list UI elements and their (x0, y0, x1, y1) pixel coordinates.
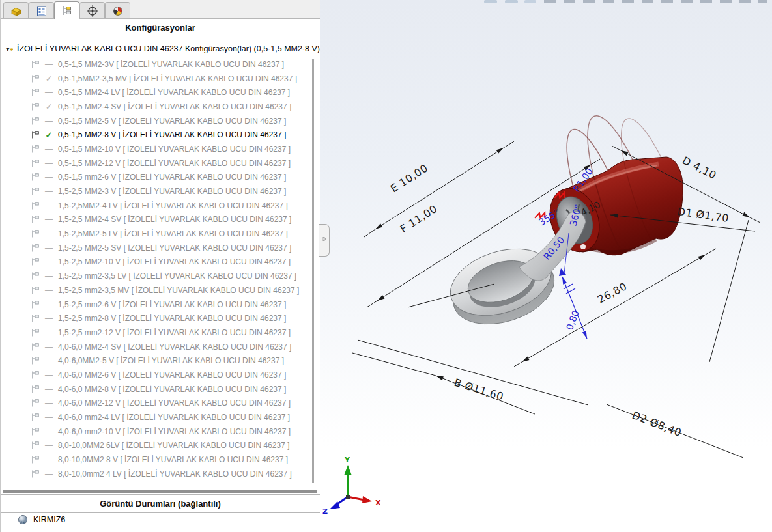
configuration-icon (31, 102, 40, 111)
configuration-row[interactable]: — 0,5-1,5 MM2-10 V [ İZOLELİ YUVARLAK KA… (1, 142, 320, 156)
tab-property-manager[interactable] (29, 2, 54, 19)
configuration-row[interactable]: — 1,5-2,5 mm2-3,5 MV [ İZOLELİ YUVARLAK … (1, 283, 320, 298)
configuration-icon (31, 371, 40, 380)
triad-z-label: Z (322, 507, 328, 516)
configuration-row[interactable]: — 1,5-2,5 MM2-4 SV [ İZOLELİ YUVARLAK KA… (1, 213, 320, 227)
configuration-row[interactable]: — 1,5-2,5 MM2-10 V [ İZOLELİ YUVARLAK KA… (1, 255, 320, 270)
dim-label-b[interactable]: B Ø11,60 (453, 376, 506, 403)
configuration-row[interactable]: — 1,5-2,5 mm2-8 V [ İZOLELİ YUVARLAK KAB… (1, 311, 320, 326)
coordinate-triad: Y X Z (322, 456, 381, 516)
config-status-icon: — (42, 441, 55, 450)
configuration-row[interactable]: — 4,0-6,0 MM2-4 SV [ İZOLELİ YUVARLAK KA… (1, 340, 320, 354)
configuration-row[interactable]: — 0,5-1,5 MM2-5 V [ İZOLELİ YUVARLAK KAB… (1, 114, 320, 128)
configuration-icon (31, 187, 40, 196)
configuration-row[interactable]: — 4,0-6,0 mm2-10 V [ İZOLELİ YUVARLAK KA… (1, 425, 320, 439)
config-label: 4,0-6,0 mm2-4 LV [ İZOLELİ YUVARLAK KABL… (58, 413, 290, 422)
configuration-row[interactable]: ✓ 0,5-1,5 MM2-8 V [ İZOLELİ YUVARLAK KAB… (1, 128, 320, 142)
config-status-icon: — (42, 413, 55, 422)
configuration-row[interactable]: — 0,5-1,5 mm2-6 V [ İZOLELİ YUVARLAK KAB… (1, 171, 320, 185)
config-label: 8,0-10,0mm2 4 LV [ İZOLELİ YUVARLAK KABL… (58, 469, 292, 479)
configuration-icon (31, 286, 40, 295)
configuration-icon (31, 272, 40, 281)
config-label: 1,5-2,5MM2-4 LV [ İZOLELİ YUVARLAK KABLO… (58, 201, 288, 210)
configuration-root-row[interactable]: ▾ İZOLELİ YUVARLAK KABLO UCU DIN 46237 K… (1, 40, 320, 57)
configuration-row[interactable]: — 1,5-2,5 mm2-6 V [ İZOLELİ YUVARLAK KAB… (1, 298, 320, 312)
configuration-row[interactable]: — 0,5-1,5 MM2-3V [ İZOLELİ YUVARLAK KABL… (1, 57, 320, 72)
graphics-viewport[interactable]: E 10,00 F 11,00 D 4,10 D1 Ø1,70 26,80 B … (320, 0, 772, 532)
display-states-header: Görüntü Durumları (bağlantılı) (1, 494, 320, 513)
configuration-icon (31, 343, 40, 352)
configuration-row[interactable]: — 0,5-1,5 MM2-12 V [ İZOLELİ YUVARLAK KA… (1, 156, 320, 171)
dim-label-d1[interactable]: D1 Ø1,70 (676, 205, 730, 225)
model-canvas: E 10,00 F 11,00 D 4,10 D1 Ø1,70 26,80 B … (320, 0, 772, 532)
config-label: 1,5-2,5 MM2-3 V [ İZOLELİ YUVARLAK KABLO… (58, 187, 286, 196)
configuration-tree: ▾ İZOLELİ YUVARLAK KABLO UCU DIN 46237 K… (1, 36, 320, 489)
configuration-manager-panel: Konfigürasyonlar ▾ İZOLELİ YUVARLAK KABL… (1, 0, 321, 532)
config-status-icon: — (42, 455, 55, 464)
config-label: 1,5-2,5 MM2-10 V [ İZOLELİ YUVARLAK KABL… (58, 257, 291, 266)
configuration-row[interactable]: — 1,5-2,5 MM2-5 SV [ İZOLELİ YUVARLAK KA… (1, 241, 320, 255)
configuration-icon (31, 413, 40, 422)
config-label: 1,5-2,5 mm2-8 V [ İZOLELİ YUVARLAK KABLO… (58, 314, 286, 323)
config-status-icon: — (42, 371, 55, 380)
dim-label-d2[interactable]: D2 Ø8,40 (631, 409, 683, 439)
tab-configuration-manager[interactable] (54, 1, 79, 19)
configuration-row[interactable]: ✓ 0,5-1,5MM2-3,5 MV [ İZOLELİ YUVARLAK K… (1, 72, 320, 86)
config-label: 1,5-2,5 mm2-3,5 MV [ İZOLELİ YUVARLAK KA… (58, 286, 299, 295)
dim-label-f[interactable]: F 11,00 (398, 203, 440, 236)
configuration-row[interactable]: — 4,0-6,0 MM2-8 V [ İZOLELİ YUVARLAK KAB… (1, 382, 320, 397)
dim-label-length[interactable]: 26,80 (595, 280, 629, 305)
config-label: 1,5-2,5 mm2-6 V [ İZOLELİ YUVARLAK KABLO… (58, 300, 286, 309)
config-status-icon: — (42, 427, 55, 436)
ring-terminal-part[interactable] (442, 116, 683, 336)
display-state-sphere-icon (18, 514, 29, 525)
config-status-icon: — (42, 60, 55, 69)
configuration-row[interactable]: — 8,0-10,0MM2 6LV [ İZOLELİ YUVARLAK KAB… (1, 439, 320, 453)
configuration-row[interactable]: — 8,0-10,0mm2 4 LV [ İZOLELİ YUVARLAK KA… (1, 467, 320, 481)
manager-tab-bar (1, 0, 320, 19)
dim-label-thickness[interactable]: 0,80 (564, 309, 581, 331)
configuration-icon (31, 173, 40, 182)
section-splitter[interactable] (3, 490, 317, 493)
display-state-row[interactable]: KIRMIZ6 (1, 512, 320, 527)
configuration-row[interactable]: — 8,0-10,0MM2 8 V [ İZOLELİ YUVARLAK KAB… (1, 453, 320, 467)
configuration-icon (31, 399, 40, 408)
panel-collapse-handle[interactable] (319, 224, 330, 257)
config-status-icon: — (42, 328, 55, 337)
configuration-row[interactable]: — 4,0-6,0 MM2-12 V [ İZOLELİ YUVARLAK KA… (1, 397, 320, 411)
config-label: 0,5-1,5 MM2-12 V [ İZOLELİ YUVARLAK KABL… (58, 159, 291, 168)
configuration-row[interactable]: — 4,0-6,0MM2-5 V [ İZOLELİ YUVARLAK KABL… (1, 354, 320, 368)
configuration-row[interactable]: — 1,5-2,5 MM2-3 V [ İZOLELİ YUVARLAK KAB… (1, 184, 320, 199)
configuration-icon (31, 130, 40, 139)
tree-scrollbar[interactable] (312, 59, 314, 483)
property-manager-icon (36, 5, 48, 17)
configuration-icon (31, 244, 40, 253)
config-label: 0,5-1,5 MM2-8 V [ İZOLELİ YUVARLAK KABLO… (58, 130, 286, 139)
configuration-icon (31, 455, 40, 464)
configuration-row[interactable]: — 0,5-1,5 MM2-4 LV [ İZOLELİ YUVARLAK KA… (1, 85, 320, 100)
configuration-row[interactable]: — 4,0-6,0 MM2-6 V [ İZOLELİ YUVARLAK KAB… (1, 368, 320, 382)
display-state-name: KIRMIZ6 (33, 515, 65, 524)
configuration-icon (31, 385, 40, 394)
config-label: 0,5-1,5 MM2-4 SV [ İZOLELİ YUVARLAK KABL… (58, 102, 291, 111)
config-label: 4,0-6,0 MM2-8 V [ İZOLELİ YUVARLAK KABLO… (58, 385, 286, 394)
configuration-row[interactable]: — 1,5-2,5MM2-5 LV [ İZOLELİ YUVARLAK KAB… (1, 227, 320, 241)
blue-arrowhead (559, 268, 566, 276)
dim-label-e[interactable]: E 10,00 (388, 161, 430, 195)
dim-label-d[interactable]: D 4,10 (680, 154, 719, 182)
configuration-manager-icon (61, 5, 73, 16)
config-status-icon: — (42, 244, 55, 253)
config-label: 1,5-2,5MM2-5 LV [ İZOLELİ YUVARLAK KABLO… (58, 229, 288, 238)
configuration-row[interactable]: — 1,5-2,5MM2-4 LV [ İZOLELİ YUVARLAK KAB… (1, 199, 320, 213)
configuration-row[interactable]: — 1,5-2,5 mm2-3,5 LV [ İZOLELİ YUVARLAK … (1, 269, 320, 283)
tab-display-manager[interactable] (105, 2, 130, 19)
tab-dimxpert[interactable] (79, 2, 105, 19)
part-icon (10, 44, 13, 55)
solidworks-window: Konfigürasyonlar ▾ İZOLELİ YUVARLAK KABL… (0, 0, 772, 532)
config-label: 1,5-2,5 MM2-5 SV [ İZOLELİ YUVARLAK KABL… (58, 244, 291, 253)
configuration-row[interactable]: — 1,5-2,5 mm2-12 V [ İZOLELİ YUVARLAK KA… (1, 326, 320, 340)
config-status-icon: ✓ (42, 74, 55, 83)
configuration-row[interactable]: — 4,0-6,0 mm2-4 LV [ İZOLELİ YUVARLAK KA… (1, 410, 320, 425)
configuration-row[interactable]: ✓ 0,5-1,5 MM2-4 SV [ İZOLELİ YUVARLAK KA… (1, 100, 320, 114)
tab-feature-manager[interactable] (3, 2, 29, 19)
